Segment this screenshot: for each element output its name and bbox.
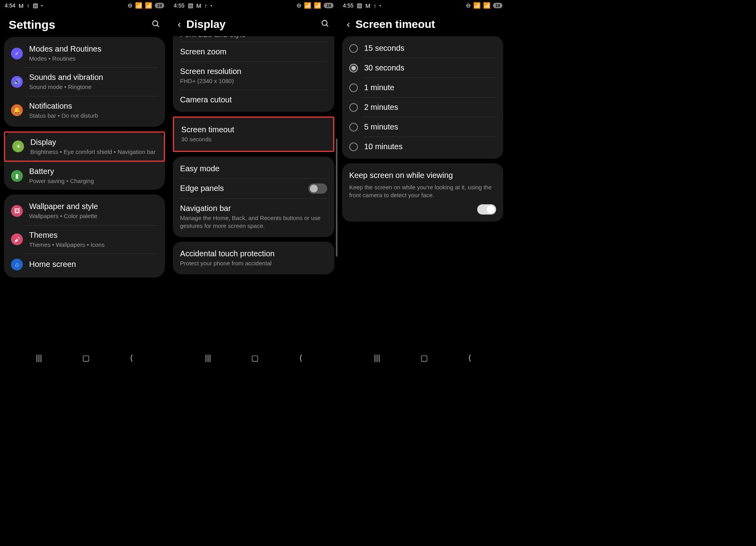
speaker-icon: 🔊: [11, 76, 23, 88]
item-desc: Keep the screen on while you're looking …: [349, 183, 496, 200]
radio-icon[interactable]: [349, 83, 358, 92]
display-item-screen-timeout[interactable]: Screen timeout 30 seconds: [173, 117, 334, 152]
item-title: Home screen: [29, 259, 158, 269]
back-button[interactable]: ⟨: [468, 353, 471, 363]
status-bar: 4:54 M ↑ ▧ ⊖ 📶 📶 19: [0, 0, 169, 11]
item-sub: Wallpapers • Color palette: [29, 212, 158, 220]
settings-item-sounds[interactable]: 🔊 Sounds and vibration Sound mode • Ring…: [4, 68, 165, 96]
timeout-option-30s[interactable]: 30 seconds: [342, 58, 503, 78]
status-time: 4:55: [343, 2, 354, 9]
toggle-edgepanels[interactable]: [308, 183, 327, 194]
radio-icon[interactable]: [349, 103, 358, 112]
search-icon[interactable]: [152, 20, 160, 30]
home-button[interactable]: ▢: [82, 353, 90, 363]
check-icon: ✓: [11, 48, 23, 59]
back-icon[interactable]: ‹: [178, 19, 181, 30]
upload-icon: ↑: [27, 2, 30, 9]
item-title: Modes and Routines: [29, 44, 158, 54]
display-item-zoom[interactable]: Screen zoom: [173, 42, 334, 61]
status-time: 4:54: [5, 2, 15, 9]
battery-icon: ▮: [11, 170, 23, 182]
timeout-option-1m[interactable]: 1 minute: [342, 78, 503, 97]
home-button[interactable]: ▢: [421, 353, 428, 363]
wifi-icon: 📶: [473, 2, 481, 9]
recent-apps-button[interactable]: |||: [374, 354, 380, 363]
item-title: Screen resolution: [180, 67, 327, 76]
toggle-keep-screen-on[interactable]: [477, 204, 496, 215]
display-item-accidental-touch[interactable]: Accidental touch protection Protect your…: [173, 244, 334, 272]
search-icon[interactable]: [321, 19, 330, 30]
item-title: Screen timeout: [181, 125, 326, 135]
radio-icon[interactable]: [349, 123, 358, 131]
option-label: 2 minutes: [364, 102, 398, 112]
settings-list: ✓ Modes and Routines Modes • Routines 🔊 …: [0, 37, 169, 349]
upload-icon: ↑: [373, 2, 376, 9]
settings-group: ✓ Modes and Routines Modes • Routines 🔊 …: [4, 37, 165, 127]
settings-item-themes[interactable]: 🖌 Themes Themes • Wallpapers • Icons: [4, 226, 165, 254]
timeout-content: 15 seconds 30 seconds 1 minute 2 minutes…: [338, 36, 507, 349]
recent-apps-button[interactable]: |||: [36, 354, 42, 363]
item-title: Notifications: [29, 101, 158, 111]
image-icon: ▧: [33, 2, 38, 9]
screen-timeout: 4:55 ▧ M ↑ ⊖ 📶 📶 18 ‹ Screen timeout 15 …: [338, 0, 507, 366]
nav-bar: ||| ▢ ⟨: [338, 349, 507, 366]
item-title: Keep screen on while viewing: [349, 170, 453, 180]
timeout-option-15s[interactable]: 15 seconds: [342, 39, 503, 58]
display-item-navbar[interactable]: Navigation bar Manage the Home, Back, an…: [173, 199, 334, 235]
wifi-icon: 📶: [304, 2, 311, 9]
svg-line-3: [326, 24, 328, 26]
status-bar: 4:55 ▧ M ↑ ⊖ 📶 📶 18: [338, 0, 507, 11]
display-item-font[interactable]: Font size and style: [173, 36, 334, 42]
settings-item-wallpaper[interactable]: 🖼 Wallpaper and style Wallpapers • Color…: [4, 197, 165, 225]
more-icon: [41, 5, 43, 6]
radio-icon[interactable]: [349, 143, 358, 151]
header: ‹ Display: [169, 11, 338, 36]
home-button[interactable]: ▢: [251, 353, 259, 363]
item-title: Edge panels: [180, 183, 302, 193]
option-label: 15 seconds: [364, 43, 404, 53]
timeout-option-10m[interactable]: 10 minutes: [342, 137, 503, 156]
image-icon: ▧: [188, 2, 193, 9]
dnd-icon: ⊖: [128, 2, 133, 9]
svg-point-2: [322, 20, 327, 25]
display-item-cutout[interactable]: Camera cutout: [173, 90, 334, 109]
timeout-option-5m[interactable]: 5 minutes: [342, 117, 503, 137]
item-title: Sounds and vibration: [29, 72, 158, 82]
display-group: Accidental touch protection Protect your…: [173, 242, 334, 274]
header: ‹ Screen timeout: [338, 11, 507, 36]
dnd-icon: ⊖: [296, 2, 302, 9]
display-item-edgepanels[interactable]: Edge panels: [173, 179, 334, 198]
keep-screen-on-item[interactable]: Keep screen on while viewing Keep the sc…: [342, 166, 503, 219]
radio-icon[interactable]: [349, 44, 358, 53]
option-label: 10 minutes: [364, 142, 403, 152]
signal-icon: 📶: [483, 2, 491, 9]
settings-item-modes-routines[interactable]: ✓ Modes and Routines Modes • Routines: [4, 39, 165, 67]
more-icon: [380, 5, 381, 6]
settings-item-battery[interactable]: ▮ Battery Power saving • Charging: [4, 162, 165, 190]
recent-apps-button[interactable]: |||: [205, 354, 211, 363]
settings-item-display[interactable]: ☀ Display Brightness • Eye comfort shiel…: [5, 133, 164, 161]
back-button[interactable]: ⟨: [130, 353, 133, 363]
back-button[interactable]: ⟨: [299, 353, 302, 363]
item-sub: Sound mode • Ringtone: [29, 83, 158, 91]
svg-line-1: [157, 25, 159, 27]
timeout-option-2m[interactable]: 2 minutes: [342, 98, 503, 117]
item-title: Camera cutout: [180, 95, 327, 105]
settings-item-notifications[interactable]: 🔔 Notifications Status bar • Do not dist…: [4, 96, 165, 124]
settings-item-homescreen[interactable]: ⌂ Home screen: [4, 254, 165, 275]
display-item-resolution[interactable]: Screen resolution FHD+ (2340 x 1080): [173, 62, 334, 90]
battery-level: 18: [493, 3, 502, 8]
header: Settings: [0, 11, 169, 37]
item-sub: Brightness • Eye comfort shield • Naviga…: [30, 148, 157, 156]
gmail-icon: M: [365, 2, 371, 9]
display-item-easymode[interactable]: Easy mode: [173, 159, 334, 178]
settings-group: 🖼 Wallpaper and style Wallpapers • Color…: [4, 194, 165, 278]
back-icon[interactable]: ‹: [347, 19, 350, 30]
scrollbar-indicator[interactable]: [336, 139, 337, 257]
keep-screen-on-card: Keep screen on while viewing Keep the sc…: [342, 163, 503, 222]
svg-point-0: [153, 20, 158, 26]
nav-bar: ||| ▢ ⟨: [0, 349, 169, 366]
dnd-icon: ⊖: [466, 2, 471, 9]
radio-icon[interactable]: [349, 64, 358, 72]
image-icon: ▧: [357, 2, 362, 9]
